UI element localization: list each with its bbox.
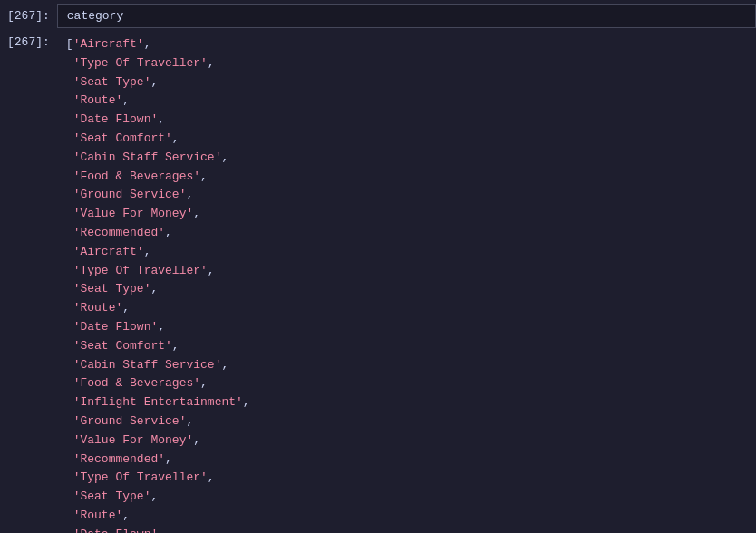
output-line: 'Seat Comfort', [66,337,747,356]
output-line: 'Food & Beverages', [66,374,747,393]
output-line: 'Recommended', [66,451,747,470]
output-line: 'Route', [66,299,747,318]
output-cell: [267]: ['Aircraft', 'Type Of Traveller',… [0,30,756,533]
output-content: ['Aircraft', 'Type Of Traveller', 'Seat … [57,30,756,533]
output-line: 'Type Of Traveller', [66,54,747,73]
output-line: 'Cabin Staff Service', [66,356,747,375]
input-field[interactable] [57,4,756,28]
input-cell: [267]: [0,4,756,28]
output-line: 'Inflight Entertainment', [66,393,747,412]
output-line: 'Route', [66,92,747,111]
output-line: 'Date Flown', [66,318,747,337]
output-line: 'Value For Money', [66,205,747,224]
output-line: 'Seat Type', [66,73,747,92]
output-line: 'Seat Type', [66,488,747,507]
output-cell-label: [267]: [0,30,57,533]
output-line: 'Date Flown', [66,526,747,533]
output-line: 'Ground Service', [66,186,747,205]
output-line: 'Value For Money', [66,431,747,451]
output-line: 'Seat Type', [66,280,747,299]
output-line: 'Seat Comfort', [66,130,747,149]
output-line: 'Recommended', [66,224,747,243]
notebook-container: [267]: [267]: ['Aircraft', 'Type Of Trav… [0,0,756,533]
output-line: 'Ground Service', [66,412,747,431]
output-line: 'Type Of Traveller', [66,262,747,281]
output-line: 'Type Of Traveller', [66,469,747,488]
output-line: 'Food & Beverages', [66,168,747,187]
output-line: ['Aircraft', [66,35,747,54]
output-line: 'Aircraft', [66,243,747,262]
output-line: 'Date Flown', [66,111,747,130]
input-cell-label: [267]: [0,4,57,28]
output-line: 'Cabin Staff Service', [66,149,747,168]
output-line: 'Route', [66,507,747,526]
